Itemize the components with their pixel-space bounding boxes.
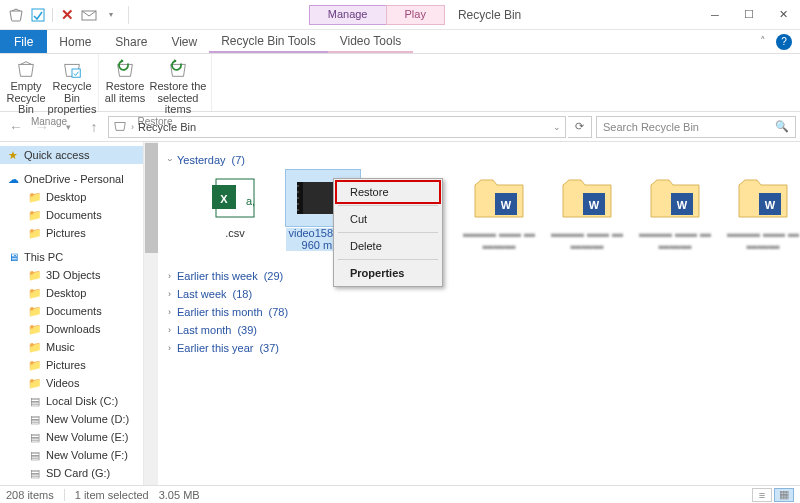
folder-icon: 📁 — [28, 226, 42, 240]
group-label: Earlier this year — [177, 342, 253, 354]
disk-icon: ▤ — [28, 448, 42, 462]
nav-this-pc[interactable]: 🖥This PC — [0, 248, 157, 266]
empty-recycle-bin-button[interactable]: Empty Recycle Bin — [4, 56, 48, 116]
path-segment[interactable]: Recycle Bin — [138, 121, 196, 133]
svg-point-13 — [297, 203, 299, 205]
title-bar: ✕ ▾ Manage Play Recycle Bin ─ ☐ ✕ — [0, 0, 800, 30]
tab-share[interactable]: Share — [103, 30, 159, 53]
nav-label: Downloads — [46, 323, 100, 335]
file-item-folder-3[interactable]: W ▬▬▬ ▬▬ ▬▬▬▬ — [638, 170, 712, 264]
tab-home[interactable]: Home — [47, 30, 103, 53]
qat-dropdown-icon[interactable]: ▾ — [103, 7, 119, 23]
chevron-right-icon: › — [168, 271, 171, 281]
file-item-csv[interactable]: Xa, .csv — [198, 170, 272, 264]
qat-divider — [128, 6, 129, 24]
group-label: Yesterday — [177, 154, 226, 166]
navpane-scrollbar[interactable] — [143, 142, 158, 485]
group-header-earlier-week[interactable]: › Earlier this week (29) — [168, 270, 790, 282]
group-header-last-week[interactable]: › Last week (18) — [168, 288, 790, 300]
nav-volume-d[interactable]: ▤New Volume (D:) — [0, 410, 157, 428]
file-item-folder-1[interactable]: W ▬▬▬ ▬▬ ▬▬▬▬ — [462, 170, 536, 264]
nav-music[interactable]: 📁Music — [0, 338, 157, 356]
excel-icon: Xa, — [198, 170, 272, 226]
group-label: Earlier this month — [177, 306, 263, 318]
content-pane[interactable]: › Yesterday (7) Xa, .csv video1584163960… — [158, 142, 800, 485]
context-menu: Restore Cut Delete Properties — [333, 178, 443, 287]
context-menu-properties[interactable]: Properties — [336, 262, 440, 284]
context-menu-restore[interactable]: Restore — [336, 181, 440, 203]
file-item-folder-2[interactable]: W ▬▬▬ ▬▬ ▬▬▬▬ — [550, 170, 624, 264]
restore-selected-icon — [167, 58, 189, 80]
nav-3d-objects[interactable]: 📁3D Objects — [0, 266, 157, 284]
context-tab-manage[interactable]: Manage — [309, 5, 387, 25]
nav-quick-access[interactable]: ★Quick access — [0, 146, 157, 164]
up-button[interactable]: ↑ — [82, 115, 106, 139]
divider — [64, 489, 65, 501]
bin-properties-label: Recycle Bin properties — [48, 81, 97, 116]
restore-selected-button[interactable]: Restore the selected items — [149, 56, 207, 116]
forward-button[interactable]: → — [30, 115, 54, 139]
tab-video-tools[interactable]: Video Tools — [328, 30, 414, 53]
context-menu-cut[interactable]: Cut — [336, 208, 440, 230]
menu-separator — [338, 232, 438, 233]
recent-locations-button[interactable]: ▾ — [56, 115, 80, 139]
group-header-last-month[interactable]: › Last month (39) — [168, 324, 790, 336]
close-qat-icon[interactable]: ✕ — [59, 7, 75, 23]
folder-icon: 📁 — [28, 190, 42, 204]
nav-sd-card-g[interactable]: ▤SD Card (G:) — [0, 464, 157, 482]
svg-point-14 — [297, 209, 299, 211]
chevron-right-icon: › — [168, 289, 171, 299]
nav-volume-f[interactable]: ▤New Volume (F:) — [0, 446, 157, 464]
minimize-button[interactable]: ─ — [698, 0, 732, 30]
file-item-folder-4[interactable]: W ▬▬▬ ▬▬ ▬▬▬▬ — [726, 170, 800, 264]
scrollbar-thumb[interactable] — [145, 143, 158, 253]
nav-label: Documents — [46, 305, 102, 317]
ribbon: Empty Recycle Bin Recycle Bin properties… — [0, 54, 800, 112]
nav-local-disk-c[interactable]: ▤Local Disk (C:) — [0, 392, 157, 410]
properties-qat-icon[interactable] — [30, 7, 46, 23]
nav-onedrive-documents[interactable]: 📁Documents — [0, 206, 157, 224]
tab-recycle-bin-tools[interactable]: Recycle Bin Tools — [209, 30, 328, 53]
address-path[interactable]: › Recycle Bin ⌄ — [108, 116, 566, 138]
menu-separator — [338, 205, 438, 206]
maximize-button[interactable]: ☐ — [732, 0, 766, 30]
nav-pictures[interactable]: 📁Pictures — [0, 356, 157, 374]
address-dropdown-icon[interactable]: ⌄ — [553, 122, 561, 132]
thumbnails-view-button[interactable]: ▦ — [774, 488, 794, 502]
nav-onedrive[interactable]: ☁OneDrive - Personal — [0, 170, 157, 188]
tab-view[interactable]: View — [159, 30, 209, 53]
details-view-button[interactable]: ≡ — [752, 488, 772, 502]
nav-documents[interactable]: 📁Documents — [0, 302, 157, 320]
ribbon-right: ˄ ? — [752, 30, 800, 53]
nav-volume-e[interactable]: ▤New Volume (E:) — [0, 428, 157, 446]
context-tab-play[interactable]: Play — [386, 5, 445, 25]
tab-file[interactable]: File — [0, 30, 47, 53]
nav-onedrive-pictures[interactable]: 📁Pictures — [0, 224, 157, 242]
recycle-bin-icon-small — [113, 119, 127, 135]
back-button[interactable]: ← — [4, 115, 28, 139]
titlebar-center: Manage Play Recycle Bin — [132, 5, 698, 25]
group-header-yesterday[interactable]: › Yesterday (7) — [168, 154, 790, 166]
search-icon[interactable]: 🔍 — [775, 120, 789, 133]
close-button[interactable]: ✕ — [766, 0, 800, 30]
nav-videos[interactable]: 📁Videos — [0, 374, 157, 392]
chevron-right-icon[interactable]: › — [131, 122, 134, 132]
restore-all-button[interactable]: Restore all items — [103, 56, 147, 116]
collapse-ribbon-icon[interactable]: ˄ — [752, 31, 774, 53]
nav-downloads[interactable]: 📁Downloads — [0, 320, 157, 338]
group-count: (39) — [237, 324, 257, 336]
nav-desktop[interactable]: 📁Desktop — [0, 284, 157, 302]
navigation-pane: ★Quick access ☁OneDrive - Personal 📁Desk… — [0, 142, 158, 485]
group-header-earlier-year[interactable]: › Earlier this year (37) — [168, 342, 790, 354]
file-label-obscured: ▬▬▬ ▬▬ ▬▬▬▬ — [462, 228, 536, 251]
refresh-button[interactable]: ⟳ — [568, 116, 592, 138]
mail-qat-icon[interactable] — [81, 7, 97, 23]
recycle-bin-properties-button[interactable]: Recycle Bin properties — [50, 56, 94, 116]
context-menu-delete[interactable]: Delete — [336, 235, 440, 257]
group-header-earlier-month[interactable]: › Earlier this month (78) — [168, 306, 790, 318]
chevron-right-icon: › — [168, 307, 171, 317]
help-icon[interactable]: ? — [776, 34, 792, 50]
nav-onedrive-desktop[interactable]: 📁Desktop — [0, 188, 157, 206]
search-box[interactable]: Search Recycle Bin 🔍 — [596, 116, 796, 138]
search-placeholder: Search Recycle Bin — [603, 121, 699, 133]
